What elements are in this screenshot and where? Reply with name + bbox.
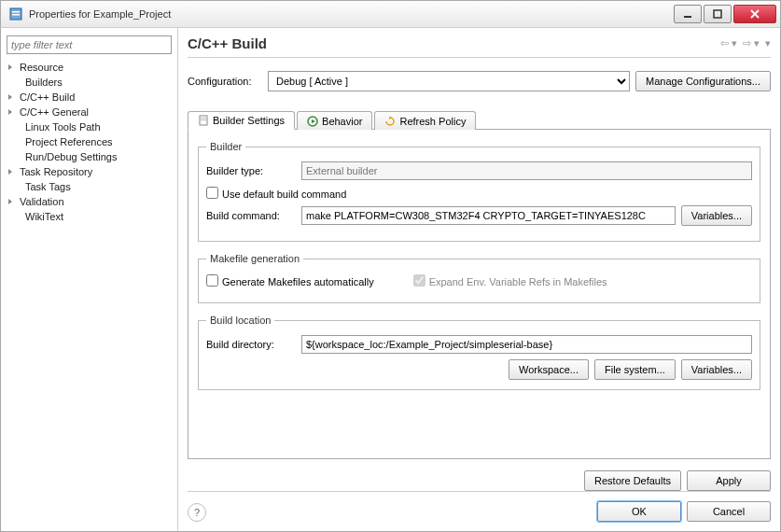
configuration-select[interactable]: Debug [ Active ] [268, 71, 630, 91]
use-default-build-cmd[interactable]: Use default build command [206, 186, 346, 200]
tree-item-linux-tools[interactable]: Linux Tools Path [7, 119, 172, 134]
expand-env-refs: Expand Env. Variable Refs in Makefiles [413, 273, 607, 287]
maximize-button[interactable] [704, 5, 732, 23]
filter-input[interactable] [7, 35, 172, 54]
nav-tree: Resource Builders C/C++ Build C/C++ Gene… [7, 60, 172, 224]
build-command-input[interactable] [301, 206, 676, 225]
title-bar: Properties for Example_Project [0, 0, 781, 28]
svg-rect-4 [714, 10, 721, 18]
page-title: C/C++ Build [188, 35, 720, 51]
build-directory-label: Build directory: [206, 339, 296, 350]
app-icon [8, 7, 23, 21]
builder-group: Builder Builder type: Use default build … [198, 141, 760, 242]
tab-refresh-policy[interactable]: Refresh Policy [374, 111, 476, 130]
nav-forward-icon[interactable]: ⇨ ▾ [743, 37, 760, 49]
file-system-button[interactable]: File system... [594, 359, 676, 380]
manage-configurations-button[interactable]: Manage Configurations... [635, 71, 771, 91]
tree-item-ccpp-general[interactable]: C/C++ General [7, 105, 172, 119]
build-command-variables-button[interactable]: Variables... [681, 205, 752, 226]
generate-makefiles[interactable]: Generate Makefiles automatically [206, 273, 374, 287]
use-default-build-cmd-checkbox[interactable] [206, 187, 218, 199]
tree-item-project-refs[interactable]: Project References [7, 134, 172, 149]
tree-item-run-debug[interactable]: Run/Debug Settings [7, 149, 172, 164]
build-directory-input[interactable] [301, 335, 752, 354]
nav-back-icon[interactable]: ⇦ ▾ [720, 37, 737, 49]
tree-item-validation[interactable]: Validation [7, 194, 172, 209]
builder-type-label: Builder type: [206, 165, 296, 176]
workspace-button[interactable]: Workspace... [509, 359, 589, 380]
svg-rect-8 [201, 118, 206, 119]
expand-env-refs-checkbox [413, 274, 425, 287]
generate-makefiles-checkbox[interactable] [206, 274, 218, 287]
tree-item-task-repo[interactable]: Task Repository [7, 164, 172, 179]
svg-rect-2 [12, 14, 20, 16]
tree-item-builders[interactable]: Builders [7, 75, 172, 90]
document-icon [198, 115, 209, 126]
svg-rect-3 [684, 16, 691, 18]
build-location-group: Build location Build directory: Workspac… [198, 315, 760, 390]
svg-rect-9 [201, 119, 206, 120]
apply-button[interactable]: Apply [687, 470, 771, 491]
tab-builder-settings[interactable]: Builder Settings [188, 111, 295, 130]
minimize-button[interactable] [674, 5, 702, 23]
refresh-icon [384, 116, 396, 127]
gear-run-icon [307, 116, 318, 127]
configuration-label: Configuration: [188, 76, 262, 87]
svg-marker-11 [312, 119, 315, 123]
build-command-label: Build command: [206, 210, 296, 221]
tree-item-resource[interactable]: Resource [7, 60, 172, 75]
tree-item-ccpp-build[interactable]: C/C++ Build [7, 90, 172, 105]
tree-item-wikitext[interactable]: WikiText [7, 209, 172, 224]
restore-defaults-button[interactable]: Restore Defaults [584, 470, 681, 491]
makefile-group: Makefile generation Generate Makefiles a… [198, 253, 760, 303]
cancel-button[interactable]: Cancel [687, 501, 771, 522]
builder-type-select [301, 161, 752, 180]
svg-rect-1 [12, 11, 20, 13]
window-title: Properties for Example_Project [29, 8, 672, 20]
sidebar: Resource Builders C/C++ Build C/C++ Gene… [1, 28, 178, 531]
close-button[interactable] [733, 5, 776, 23]
help-icon[interactable]: ? [188, 503, 206, 522]
ok-button[interactable]: OK [597, 501, 681, 522]
tree-item-task-tags[interactable]: Task Tags [7, 179, 172, 194]
build-dir-variables-button[interactable]: Variables... [681, 359, 752, 380]
tab-behavior[interactable]: Behavior [297, 111, 372, 130]
nav-menu-icon[interactable]: ▾ [765, 37, 771, 49]
